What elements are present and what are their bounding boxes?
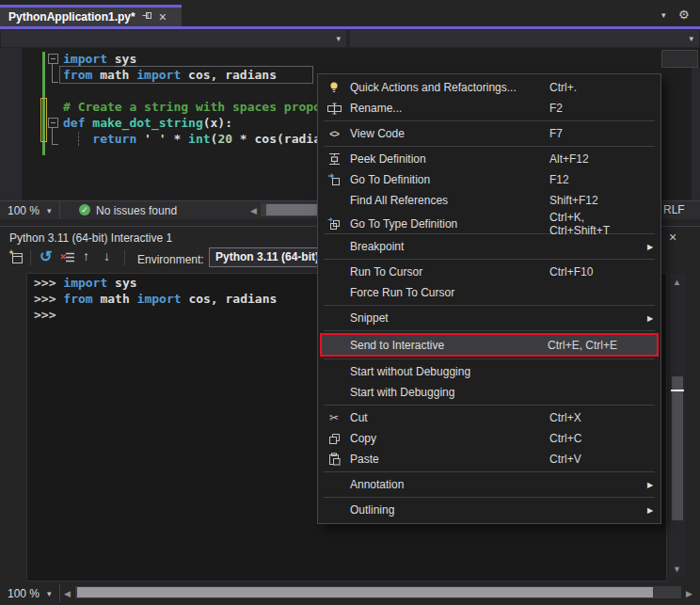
code-token: cos, radians: [182, 292, 278, 306]
menu-item-annotation[interactable]: Annotation▶: [318, 474, 660, 495]
menu-item-cut[interactable]: ✂CutCtrl+X: [318, 407, 660, 428]
tab-title: PythonApplication1.py*: [8, 10, 135, 24]
submenu-arrow-icon: ▶: [647, 506, 660, 515]
code-token: # Create a string with spaces propor: [63, 100, 328, 114]
repl-line[interactable]: >>>: [34, 307, 56, 323]
menu-item-shortcut: Shift+F12: [549, 194, 647, 207]
menu-item-go-to-type-definition[interactable]: Go To Type DefinitionCtrl+K, Ctrl+Shift+…: [318, 211, 660, 231]
menu-item-quick-actions-and-refactorings[interactable]: Quick Actions and Refactorings...Ctrl+.: [318, 77, 660, 98]
reset-icon[interactable]: ↺: [40, 247, 52, 265]
peek-definition-icon: [318, 152, 350, 166]
history-previous-icon[interactable]: ↑: [83, 248, 89, 263]
code-line[interactable]: return ' ' * int(20 * cos(radian: [63, 131, 328, 147]
issues-status[interactable]: No issues found: [96, 204, 177, 217]
pin-icon[interactable]: [142, 10, 152, 24]
copy-icon: [318, 433, 350, 445]
scroll-down-icon[interactable]: ▼: [673, 563, 681, 576]
scroll-left-icon[interactable]: ◀: [250, 204, 257, 217]
menu-item-shortcut: Alt+F12: [549, 152, 647, 166]
menu-item-send-to-interactive[interactable]: Send to InteractiveCtrl+E, Ctrl+E: [320, 333, 659, 357]
menu-item-paste[interactable]: PasteCtrl+V: [318, 449, 660, 470]
menu-item-go-to-definition[interactable]: Go To DefinitionF12: [318, 169, 660, 190]
history-next-icon[interactable]: ↓: [103, 248, 110, 263]
panel-vertical-scrollbar-thumb[interactable]: [672, 376, 683, 520]
menu-item-label: Go To Definition: [350, 173, 549, 186]
code-token: ' ': [144, 132, 166, 146]
gear-icon[interactable]: ⚙: [678, 8, 690, 22]
editor-scrollbar-top-box[interactable]: [661, 50, 698, 68]
code-token: int: [188, 132, 210, 146]
close-icon[interactable]: ×: [159, 11, 167, 23]
code-token: *: [167, 132, 188, 146]
code-token: sys: [107, 276, 136, 290]
chevron-down-icon[interactable]: ▾: [661, 10, 666, 20]
line-ending-indicator[interactable]: RLF: [663, 203, 685, 216]
menu-item-shortcut: Ctrl+V: [549, 453, 647, 466]
document-tab[interactable]: PythonApplication1.py* ×: [0, 5, 182, 26]
menu-item-shortcut: F2: [549, 102, 647, 115]
menu-item-label: Start without Debugging: [350, 365, 549, 378]
menu-item-label: Find All References: [350, 194, 549, 207]
clear-all-icon[interactable]: [60, 250, 75, 267]
menu-item-label: Peek Definition: [350, 152, 549, 166]
collapse-toggle-icon[interactable]: [48, 54, 58, 64]
scroll-left-icon[interactable]: ◀: [64, 587, 71, 600]
repl-line[interactable]: >>> import sys: [34, 275, 137, 291]
menu-item-label: Force Run To Cursor: [350, 286, 549, 299]
repl-line[interactable]: >>> from math import cos, radians: [34, 291, 277, 307]
code-token: * cos(radian: [232, 132, 328, 146]
submenu-arrow-icon: ▶: [647, 314, 660, 323]
menu-separator: [324, 358, 655, 359]
collapse-toggle-icon[interactable]: [48, 118, 58, 128]
lightbulb-icon: [318, 81, 350, 94]
menu-item-start-with-debugging[interactable]: Start with Debugging: [318, 382, 660, 403]
menu-separator: [324, 259, 655, 260]
menu-item-breakpoint[interactable]: Breakpoint▶: [318, 236, 660, 257]
menu-item-rename[interactable]: Rename...F2: [318, 98, 660, 119]
panel-title: Python 3.11 (64-bit) Interactive 1: [9, 231, 172, 245]
menu-item-shortcut: Ctrl+K, Ctrl+Shift+T: [549, 211, 647, 237]
menu-item-run-to-cursor[interactable]: Run To CursorCtrl+F10: [318, 262, 660, 282]
environment-dropdown[interactable]: Python 3.11 (64-bit): [209, 247, 320, 267]
editor-zoom-dropdown[interactable]: 100 % ▾: [0, 201, 60, 219]
scroll-up-icon[interactable]: ▲: [673, 276, 681, 289]
scrollbar-position-marker: [671, 390, 684, 391]
menu-item-label: View Code: [350, 127, 549, 140]
menu-item-find-all-references[interactable]: Find All ReferencesShift+F12: [318, 190, 660, 211]
menu-separator: [324, 405, 655, 406]
chevron-down-icon: ▾: [689, 34, 693, 43]
code-line[interactable]: from math import cos, radians: [63, 67, 277, 83]
menu-item-label: Annotation: [350, 478, 549, 491]
panel-horizontal-scrollbar-thumb[interactable]: [77, 587, 653, 597]
menu-item-start-without-debugging[interactable]: Start without Debugging: [318, 361, 660, 382]
menu-item-outlining[interactable]: Outlining▶: [318, 500, 660, 520]
editor-vertical-scrollbar[interactable]: [692, 68, 700, 200]
code-token: [136, 132, 144, 146]
scroll-right-icon[interactable]: ▶: [686, 587, 692, 600]
menu-item-shortcut: Ctrl+.: [549, 81, 647, 94]
code-line[interactable]: # Create a string with spaces propor: [63, 99, 328, 115]
new-interactive-window-icon[interactable]: [8, 249, 24, 268]
menu-separator: [324, 330, 655, 331]
menu-item-shortcut: Ctrl+F10: [549, 265, 647, 279]
nav-dropdown-members[interactable]: ▾: [350, 30, 699, 47]
code-line[interactable]: def make_dot_string(x):: [63, 115, 232, 131]
menu-item-force-run-to-cursor[interactable]: Force Run To Cursor: [318, 282, 660, 303]
code-token: def: [63, 116, 85, 130]
menu-item-copy[interactable]: CopyCtrl+C: [318, 428, 660, 449]
menu-item-label: Rename...: [350, 102, 549, 115]
outline-guide: [52, 64, 58, 83]
rename-icon: [318, 103, 350, 115]
check-circle-icon: ✓: [79, 204, 90, 215]
nav-dropdown-types[interactable]: ▾: [1, 30, 346, 47]
submenu-arrow-icon: ▶: [647, 481, 660, 489]
menu-item-snippet[interactable]: Snippet▶: [318, 308, 660, 328]
close-icon[interactable]: ×: [669, 230, 676, 245]
code-token: >>>: [34, 276, 63, 290]
code-token: from: [63, 292, 92, 306]
code-line[interactable]: import sys: [63, 51, 136, 67]
panel-zoom-dropdown[interactable]: 100 % ▾: [0, 584, 60, 602]
menu-item-shortcut: F7: [549, 127, 647, 140]
menu-item-view-code[interactable]: <>View CodeF7: [318, 123, 660, 144]
menu-item-peek-definition[interactable]: Peek DefinitionAlt+F12: [318, 149, 660, 169]
